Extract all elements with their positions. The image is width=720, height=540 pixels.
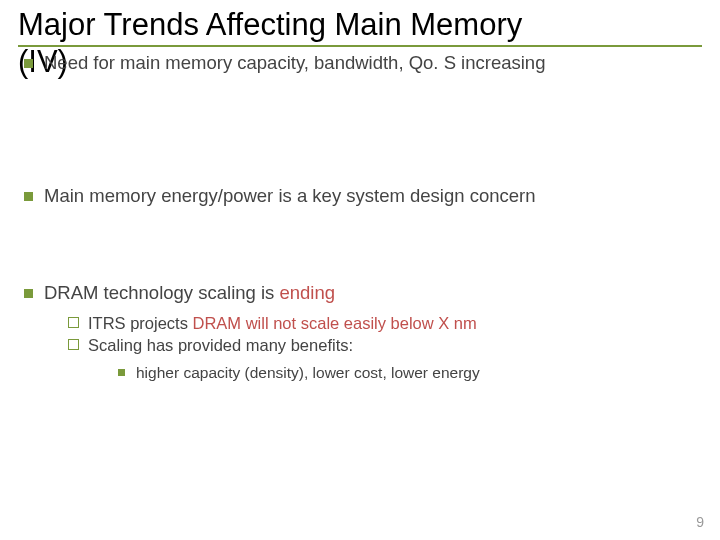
subbullet-itrs: ITRS projects DRAM will not scale easily… xyxy=(66,312,702,334)
emphasis-not-scale: DRAM will not scale easily below X nm xyxy=(193,314,477,332)
bullet-text: Scaling has provided many benefits: xyxy=(88,336,353,354)
emphasis-ending: ending xyxy=(279,282,335,303)
slide-content: Need for main memory capacity, bandwidth… xyxy=(18,47,702,383)
bullet-text: DRAM technology scaling is ending xyxy=(44,282,335,303)
bullet-list-level1: Need for main memory capacity, bandwidth… xyxy=(18,51,702,383)
text-fragment: DRAM technology scaling is xyxy=(44,282,279,303)
bullet-text: Need for main memory capacity, bandwidth… xyxy=(44,52,545,73)
bullet-text: ITRS projects DRAM will not scale easily… xyxy=(88,314,477,332)
bullet-need-capacity: Need for main memory capacity, bandwidth… xyxy=(18,51,702,76)
bullet-list-level2: ITRS projects DRAM will not scale easily… xyxy=(66,312,702,383)
page-number: 9 xyxy=(696,514,704,530)
subbullet-scaling-benefits: Scaling has provided many benefits: high… xyxy=(66,334,702,383)
bullet-list-level3: higher capacity (density), lower cost, l… xyxy=(114,363,702,384)
bullet-text: Main memory energy/power is a key system… xyxy=(44,185,535,206)
bullet-energy-power: Main memory energy/power is a key system… xyxy=(18,184,702,209)
slide: Major Trends Affecting Main Memory (IV) … xyxy=(0,0,720,540)
bullet-dram-scaling: DRAM technology scaling is ending ITRS p… xyxy=(18,281,702,383)
bullet-text: higher capacity (density), lower cost, l… xyxy=(136,364,480,381)
subsubbullet-benefits-list: higher capacity (density), lower cost, l… xyxy=(114,363,702,384)
slide-title-line1: Major Trends Affecting Main Memory xyxy=(18,6,702,43)
text-fragment: ITRS projects xyxy=(88,314,193,332)
